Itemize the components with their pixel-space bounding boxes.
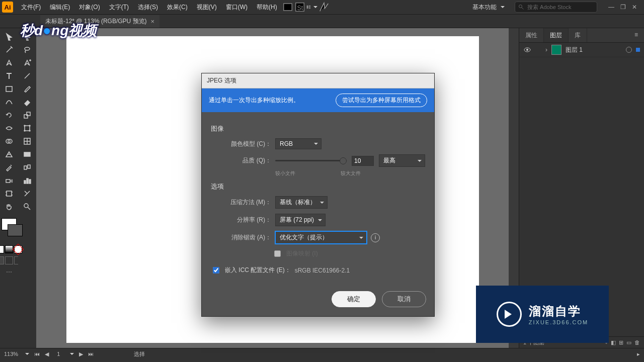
status-caret-icon[interactable]: ▸	[637, 351, 640, 357]
quality-value-input[interactable]: 10	[352, 156, 374, 166]
svg-point-32	[526, 49, 528, 51]
line-tool[interactable]	[20, 69, 35, 82]
delete-layer-icon[interactable]: 🗑	[634, 339, 640, 345]
add-anchor-tool[interactable]	[20, 56, 35, 69]
color-model-label: 颜色模型 (C)：	[211, 140, 271, 148]
color-mode-swatches[interactable]	[0, 245, 22, 253]
new-layer-icon[interactable]: ▭	[626, 339, 631, 346]
tab-libraries[interactable]: 库	[569, 28, 587, 42]
quality-slider-thumb[interactable]	[340, 157, 347, 164]
last-artboard-icon[interactable]: ⏭	[88, 351, 94, 357]
width-tool[interactable]	[2, 122, 17, 135]
toolbox-right	[18, 28, 36, 348]
toolbox-left: ⋯	[0, 28, 18, 348]
perspective-tool[interactable]	[2, 148, 17, 161]
watermark-title: 溜溜自学	[529, 303, 588, 319]
svg-point-21	[29, 130, 30, 131]
type-tool[interactable]	[2, 69, 17, 82]
menu-edit[interactable]: 编辑(E)	[46, 1, 74, 14]
zoom-dropdown-icon[interactable]	[25, 353, 29, 357]
tab-close-icon[interactable]: ×	[151, 18, 155, 25]
first-artboard-icon[interactable]: ⏮	[34, 351, 40, 357]
gpu-icon[interactable]	[318, 2, 330, 13]
target-icon[interactable]	[626, 47, 632, 53]
workspace-switcher[interactable]: 基本功能	[468, 1, 509, 14]
hand-tool[interactable]	[2, 200, 17, 213]
scale-tool[interactable]	[20, 109, 35, 122]
search-stock-input[interactable]: 搜索 Adobe Stock	[515, 2, 597, 13]
svg-line-30	[28, 207, 30, 210]
compression-label: 压缩方法 (M)：	[211, 198, 271, 207]
blend-tool[interactable]	[20, 161, 35, 174]
toolbox-more[interactable]: ⋯	[6, 268, 12, 276]
color-model-select[interactable]: RGB	[275, 138, 321, 149]
gradient-tool[interactable]	[20, 148, 35, 161]
eyedropper-tool[interactable]	[2, 161, 17, 174]
banner-try-button[interactable]: 尝试导出为多种屏幕所用格式	[336, 94, 427, 107]
paintbrush-tool[interactable]	[20, 82, 35, 96]
quality-slider[interactable]	[275, 160, 347, 161]
lasso-tool[interactable]	[20, 43, 35, 56]
visibility-icon[interactable]	[523, 46, 531, 54]
zoom-tool[interactable]	[20, 200, 35, 213]
stock-icon[interactable]: St	[294, 2, 305, 13]
svg-point-18	[24, 125, 25, 126]
watermark-right: 溜溜自学 ZIXUE.3D66.COM	[476, 286, 609, 343]
layer-row[interactable]: › 图层 1	[519, 43, 644, 57]
menu-select[interactable]: 选择(S)	[134, 1, 162, 14]
artboard-number[interactable]: 1	[54, 351, 63, 357]
resolution-select[interactable]: 屏幕 (72 ppi)	[275, 214, 326, 226]
curvature-tool[interactable]	[2, 96, 17, 109]
layer-name[interactable]: 图层 1	[566, 46, 583, 54]
slice-tool[interactable]	[20, 187, 35, 200]
column-graph-tool[interactable]	[20, 174, 35, 187]
cancel-button[interactable]: 取消	[382, 291, 426, 307]
shape-builder-tool[interactable]	[2, 135, 17, 148]
artboard-tool[interactable]	[2, 187, 17, 200]
eraser-tool[interactable]	[20, 96, 35, 109]
rotate-tool[interactable]	[2, 109, 17, 122]
fill-stroke-swatch[interactable]	[2, 218, 17, 242]
menu-window[interactable]: 窗口(W)	[222, 1, 252, 14]
svg-point-20	[24, 130, 25, 131]
expand-icon[interactable]: ›	[545, 46, 547, 53]
menu-text[interactable]: 文字(T)	[105, 1, 133, 14]
rectangle-tool[interactable]	[2, 82, 17, 96]
svg-point-29	[24, 204, 28, 208]
cloud-icon[interactable]	[282, 2, 293, 13]
quality-preset-select[interactable]: 最高	[379, 154, 425, 167]
mesh-tool[interactable]	[20, 135, 35, 148]
selection-tool[interactable]	[2, 30, 17, 43]
svg-line-7	[522, 8, 524, 10]
make-clipping-mask-icon[interactable]: ◧	[611, 339, 616, 346]
compression-select[interactable]: 基线（标准）	[275, 196, 328, 209]
minimize-button[interactable]: —	[608, 4, 614, 11]
menu-view[interactable]: 视图(V)	[193, 1, 221, 14]
icc-profile-checkbox[interactable]	[213, 267, 219, 274]
symbol-sprayer-tool[interactable]	[2, 174, 17, 187]
zoom-level[interactable]: 113%	[4, 351, 18, 357]
svg-text:St: St	[297, 5, 303, 12]
svg-rect-26	[24, 180, 26, 184]
close-button[interactable]: ✕	[632, 4, 637, 11]
free-transform-tool[interactable]	[20, 122, 35, 135]
tab-layers[interactable]: 图层	[544, 28, 569, 42]
info-icon[interactable]: i	[371, 233, 380, 242]
new-sublayer-icon[interactable]: ⊞	[619, 339, 623, 346]
panel-menu-icon[interactable]: ≡	[628, 28, 644, 42]
magic-wand-tool[interactable]	[2, 43, 17, 56]
imagemap-label: 图像映射 (I)	[286, 249, 318, 258]
artboard-dropdown-icon[interactable]	[70, 353, 74, 357]
ok-button[interactable]: 确定	[332, 291, 376, 307]
tab-properties[interactable]: 属性	[519, 28, 544, 42]
maximize-button[interactable]: ❐	[620, 4, 626, 11]
arrange-icon[interactable]	[306, 2, 317, 13]
menu-help[interactable]: 帮助(H)	[253, 1, 281, 14]
menu-object[interactable]: 对象(O)	[75, 1, 104, 14]
menu-file[interactable]: 文件(F)	[17, 1, 45, 14]
menu-effect[interactable]: 效果(C)	[163, 1, 192, 14]
pen-tool[interactable]	[2, 56, 17, 69]
prev-artboard-icon[interactable]: ◀	[45, 351, 49, 357]
next-artboard-icon[interactable]: ▶	[79, 351, 83, 357]
antialias-select[interactable]: 优化文字（提示）	[275, 231, 367, 244]
